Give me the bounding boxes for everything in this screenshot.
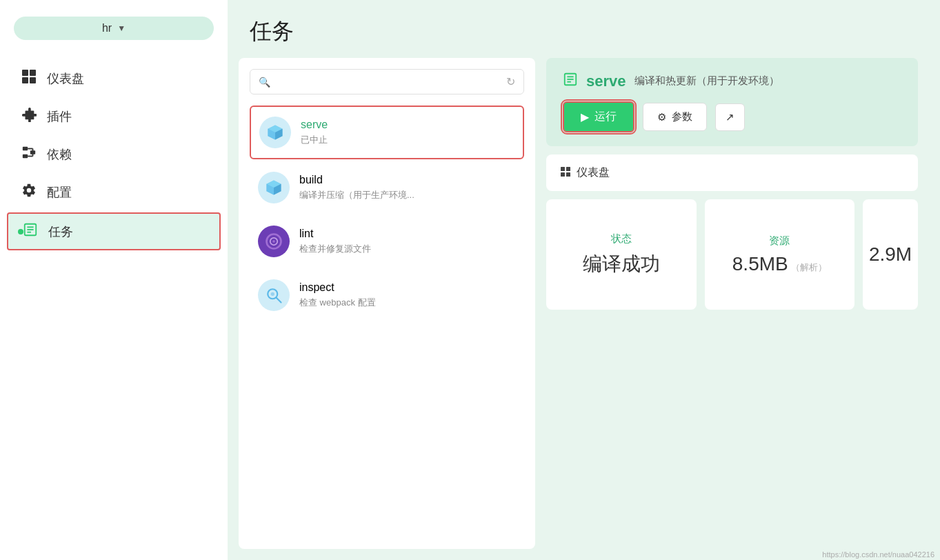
lint-circle-icon	[264, 232, 283, 251]
resources-label: 资源	[769, 234, 790, 248]
dashboard-section-label: 仪表盘	[577, 166, 610, 180]
sidebar-item-dependencies[interactable]: 依赖	[0, 135, 228, 173]
search-icon: 🔍	[259, 77, 270, 88]
lint-task-description: 检查并修复源文件	[299, 243, 371, 255]
build-task-icon-wrapper	[258, 172, 290, 203]
sidebar-item-label-config: 配置	[47, 184, 72, 201]
lint-task-info: lint 检查并修复源文件	[299, 228, 371, 255]
sidebar-item-label-plugins: 插件	[47, 108, 72, 125]
sidebar: hr ▼ 仪表盘 插件	[0, 0, 228, 560]
dashboard-title-row: 仪表盘	[560, 166, 904, 180]
svg-rect-4	[23, 147, 28, 151]
sidebar-item-config[interactable]: 配置	[0, 173, 228, 211]
detail-task-name: serve	[586, 72, 626, 90]
resources-extra-value: 2.9M	[869, 243, 912, 266]
run-btn-label: 运行	[594, 110, 617, 124]
resources-card: 资源 8.5MB （解析）	[705, 199, 855, 310]
build-task-name: build	[299, 174, 414, 186]
main-content: 任务 🔍 ↻ serve	[228, 0, 940, 560]
resources-extra-card: 2.9M	[863, 199, 918, 310]
workspace-label: hr	[102, 22, 112, 34]
detail-panel: serve 编译和热更新（用于开发环境） ▶ 运行 ⚙ 参数 ↗	[535, 58, 929, 549]
build-cube-icon	[264, 178, 283, 197]
sidebar-item-tasks[interactable]: 任务	[7, 212, 221, 250]
active-dot	[18, 229, 23, 234]
svg-rect-5	[23, 154, 28, 159]
detail-actions: ▶ 运行 ⚙ 参数 ↗	[563, 101, 901, 132]
status-label: 状态	[611, 232, 632, 246]
sidebar-item-label-dashboard: 仪表盘	[47, 70, 84, 87]
detail-header: serve 编译和热更新（用于开发环境） ▶ 运行 ⚙ 参数 ↗	[546, 58, 918, 146]
workspace-dropdown[interactable]: hr ▼	[14, 17, 214, 40]
gear-icon	[21, 183, 37, 201]
inspect-task-info: inspect 检查 webpack 配置	[299, 281, 376, 309]
sidebar-nav: 仪表盘 插件 依赖	[0, 54, 228, 257]
external-link-button[interactable]: ↗	[715, 103, 745, 131]
build-task-description: 编译并压缩（用于生产环境...	[299, 189, 414, 201]
resources-sub: （解析）	[791, 261, 827, 274]
refresh-icon[interactable]: ↻	[506, 75, 515, 88]
stats-row: 状态 编译成功 资源 8.5MB （解析） 2.9M	[546, 199, 918, 310]
inspect-task-description: 检查 webpack 配置	[299, 297, 376, 309]
svg-rect-24	[561, 167, 565, 171]
chevron-down-icon: ▼	[117, 23, 126, 33]
sidebar-item-label-dependencies: 依赖	[47, 146, 72, 163]
serve-task-description: 已中止	[301, 134, 328, 146]
detail-task-description: 编译和热更新（用于开发环境）	[634, 74, 779, 88]
sidebar-item-label-tasks: 任务	[48, 223, 73, 240]
puzzle-icon	[21, 107, 37, 126]
dependency-icon	[21, 145, 37, 163]
task-item-lint[interactable]: lint 检查并修复源文件	[250, 216, 524, 267]
external-link-icon: ↗	[726, 111, 734, 123]
serve-task-info: serve 已中止	[301, 119, 328, 146]
task-item-inspect[interactable]: inspect 检查 webpack 配置	[250, 270, 524, 321]
svg-line-18	[277, 298, 281, 303]
sidebar-item-dashboard[interactable]: 仪表盘	[0, 59, 228, 97]
inspect-task-icon-wrapper	[258, 279, 290, 311]
svg-rect-3	[30, 77, 36, 83]
content-area: 🔍 ↻ serve 已中止	[228, 58, 940, 560]
params-btn-label: 参数	[672, 110, 692, 123]
build-task-info: build 编译并压缩（用于生产环境...	[299, 174, 414, 201]
url-bar: https://blog.csdn.net/nuaa042216	[822, 550, 934, 559]
dashboard-section: 仪表盘	[546, 154, 918, 191]
task-list-panel: 🔍 ↻ serve 已中止	[239, 58, 535, 549]
status-card: 状态 编译成功	[546, 199, 697, 310]
sidebar-item-plugins[interactable]: 插件	[0, 97, 228, 135]
play-icon: ▶	[581, 110, 589, 123]
svg-rect-0	[22, 70, 28, 76]
lint-task-name: lint	[299, 228, 371, 240]
dashboard-grid-icon	[560, 166, 571, 180]
status-value: 编译成功	[583, 251, 660, 277]
inspect-task-name: inspect	[299, 281, 376, 294]
search-bar: 🔍 ↻	[250, 69, 524, 94]
sidebar-header: hr ▼	[0, 11, 228, 54]
tasks-icon	[22, 222, 39, 241]
task-item-serve[interactable]: serve 已中止	[250, 106, 524, 159]
resources-value: 8.5MB	[732, 253, 788, 275]
svg-point-19	[271, 292, 274, 296]
detail-title-row: serve 编译和热更新（用于开发环境）	[563, 72, 901, 90]
svg-rect-1	[30, 70, 36, 76]
lint-task-icon-wrapper	[258, 226, 290, 257]
svg-rect-2	[22, 77, 28, 83]
search-input[interactable]	[276, 77, 501, 88]
svg-rect-26	[561, 172, 565, 177]
serve-cube-icon	[266, 123, 285, 142]
page-title: 任务	[250, 17, 918, 47]
serve-task-icon-wrapper	[259, 117, 291, 148]
settings-icon: ⚙	[657, 111, 666, 123]
serve-task-name: serve	[301, 119, 328, 131]
svg-rect-27	[566, 172, 570, 177]
svg-point-16	[272, 240, 275, 243]
run-button[interactable]: ▶ 运行	[563, 101, 634, 132]
inspect-search-icon	[264, 286, 283, 305]
detail-task-list-icon	[563, 72, 578, 90]
svg-rect-25	[566, 167, 570, 171]
params-button[interactable]: ⚙ 参数	[643, 103, 707, 131]
page-header: 任务	[228, 0, 940, 58]
task-item-build[interactable]: build 编译并压缩（用于生产环境...	[250, 162, 524, 213]
dashboard-icon	[21, 69, 37, 88]
